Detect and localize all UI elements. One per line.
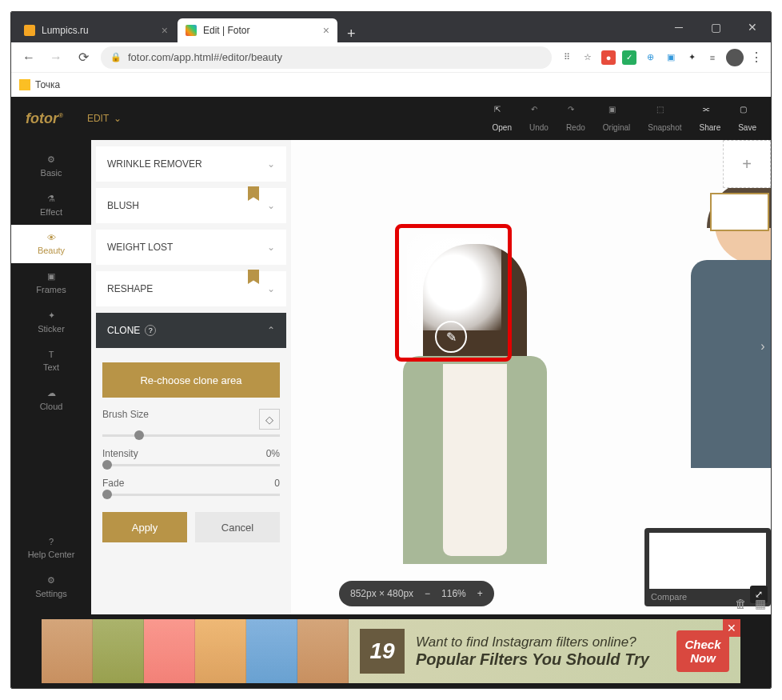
snapshot-button[interactable]: ⬚Snapshot [648, 105, 681, 132]
save-icon: ▢ [740, 105, 756, 121]
share-button[interactable]: ⫘Share [700, 105, 721, 132]
tab-lumpics[interactable]: Lumpics.ru × [16, 18, 176, 42]
camera-icon: ⬚ [656, 105, 672, 121]
back-button[interactable]: ← [19, 48, 38, 67]
ad-close-icon[interactable]: ✕ [723, 619, 740, 637]
nav-beauty[interactable]: 👁Beauty [11, 225, 91, 263]
nav-text[interactable]: TText [11, 342, 91, 380]
fade-value: 0 [274, 478, 280, 489]
zoom-in-button[interactable]: + [477, 588, 483, 599]
brush-size-control: Brush Size ◇ [102, 409, 280, 437]
ad-line2: Popular Filters You Should Try [416, 650, 676, 669]
chevron-up-icon: ⌃ [267, 325, 275, 336]
avatar[interactable] [726, 49, 744, 66]
tool-blush[interactable]: BLUSH⌄ [96, 188, 286, 223]
add-image-button[interactable]: + [723, 140, 771, 188]
image-thumbnail[interactable] [710, 193, 769, 231]
bookmarks-bar: Точка [11, 73, 771, 97]
star-icon[interactable]: ☆ [581, 50, 595, 65]
ad-text: Want to find Instagram filters online? P… [416, 634, 676, 669]
intensity-label: Intensity [102, 448, 138, 459]
chevron-right-icon[interactable]: › [755, 332, 771, 361]
chevron-down-icon: ⌄ [267, 242, 275, 253]
cancel-button[interactable]: Cancel [195, 512, 280, 542]
tab-title: Edit | Fotor [203, 25, 249, 36]
tool-weight-lost[interactable]: WEIGHT LOST⌄ [96, 230, 286, 265]
nav-cloud[interactable]: ☁Cloud [11, 380, 91, 419]
globe-icon[interactable]: ⊕ [643, 50, 657, 65]
nav-help[interactable]: ?Help Center [11, 529, 91, 567]
flask-icon: ⚗ [47, 194, 55, 204]
fade-slider[interactable] [102, 494, 280, 496]
brush-size-label: Brush Size [102, 409, 149, 430]
clone-sub-panel: Re-choose clone area Brush Size ◇ Intens… [96, 354, 286, 550]
brush-size-slider[interactable] [102, 434, 280, 437]
chevron-down-icon: ⌄ [267, 158, 275, 170]
folder-icon[interactable]: ▣ [664, 50, 678, 65]
app-main: ⚙Basic ⚗Effect 👁Beauty ▣Frames ✦Sticker … [11, 140, 771, 614]
erase-button[interactable]: ◇ [259, 409, 280, 430]
adblock-icon[interactable]: ● [601, 50, 616, 65]
check-icon[interactable]: ✓ [622, 50, 636, 65]
compare-label[interactable]: Compare [651, 592, 687, 602]
ad-cta-button[interactable]: CheckNow [676, 630, 729, 672]
tab-fotor[interactable]: Edit | Fotor × [178, 18, 337, 42]
fade-label: Fade [102, 478, 124, 489]
open-button[interactable]: ⇱Open [493, 105, 512, 132]
tool-reshape[interactable]: RESHAPE⌄ [96, 271, 286, 306]
minimize-icon[interactable]: ─ [660, 12, 697, 42]
tool-panel: WRINKLE REMOVER⌄ BLUSH⌄ WEIGHT LOST⌄ RES… [91, 140, 291, 614]
maximize-icon[interactable]: ▢ [697, 12, 734, 42]
undo-button[interactable]: ↶Undo [529, 105, 549, 132]
close-icon[interactable]: × [323, 24, 329, 37]
browser-window: Lumpics.ru × Edit | Fotor × + ─ ▢ ✕ ← → … [10, 11, 772, 689]
cloud-icon: ☁ [47, 388, 56, 398]
top-actions: ⇱Open ↶Undo ↷Redo ▣Original ⬚Snapshot ⫘S… [493, 105, 757, 132]
mode-dropdown[interactable]: EDIT ⌄ [87, 113, 122, 124]
apply-button[interactable]: Apply [102, 512, 187, 542]
eye-icon: 👁 [47, 233, 56, 242]
bookmark-item[interactable]: Точка [35, 79, 60, 90]
frame-icon: ▣ [47, 271, 55, 282]
chevron-down-icon: ⌄ [267, 200, 275, 211]
save-button[interactable]: ▢Save [738, 105, 756, 132]
grid-icon[interactable]: ▦ [755, 597, 766, 611]
nav-settings[interactable]: ⚙Settings [11, 567, 91, 606]
canvas[interactable]: ✎ 852px × 480px − 116% + ⤢ Compare + › [291, 140, 771, 614]
nav-basic[interactable]: ⚙Basic [11, 146, 91, 186]
premium-ribbon-icon [248, 186, 259, 201]
url-input[interactable]: 🔒 fotor.com/app.html#/editor/beauty [101, 46, 552, 69]
intensity-value: 0% [266, 448, 280, 459]
nav-effect[interactable]: ⚗Effect [11, 186, 91, 225]
tool-wrinkle-remover[interactable]: WRINKLE REMOVER⌄ [96, 146, 286, 182]
new-tab-button[interactable]: + [339, 26, 364, 42]
address-bar: ← → ⟳ 🔒 fotor.com/app.html#/editor/beaut… [11, 42, 771, 73]
tool-clone[interactable]: CLONE?⌃ [96, 313, 286, 348]
close-icon[interactable]: ✕ [734, 12, 771, 42]
bookmark-folder-icon [19, 79, 30, 90]
share-icon: ⫘ [702, 105, 718, 121]
nav-frames[interactable]: ▣Frames [11, 263, 91, 302]
nav-sticker[interactable]: ✦Sticker [11, 302, 91, 342]
sliders-icon: ⚙ [47, 154, 55, 165]
ad-banner[interactable]: 19 Want to find Instagram filters online… [42, 619, 740, 683]
fotor-logo: fotor® [26, 110, 63, 127]
redo-button[interactable]: ↷Redo [566, 105, 585, 132]
translate-icon[interactable]: ⠿ [560, 50, 574, 65]
close-icon[interactable]: × [162, 24, 168, 37]
kebab-icon[interactable]: ⋮ [750, 50, 763, 65]
ad-number: 19 [360, 629, 405, 674]
help-icon[interactable]: ? [145, 325, 156, 336]
intensity-control: Intensity 0% [102, 448, 280, 466]
trash-icon[interactable]: 🗑 [735, 597, 747, 611]
lock-icon: 🔒 [110, 52, 122, 62]
ad-previews [42, 619, 349, 683]
rechoose-clone-button[interactable]: Re-choose clone area [102, 362, 280, 398]
intensity-slider[interactable] [102, 464, 280, 466]
forward-button[interactable]: → [46, 48, 66, 67]
zoom-out-button[interactable]: − [425, 588, 430, 599]
puzzle-icon[interactable]: ✦ [684, 50, 699, 65]
reading-list-icon[interactable]: ≡ [705, 50, 720, 65]
original-button[interactable]: ▣Original [603, 105, 630, 132]
reload-button[interactable]: ⟳ [74, 48, 93, 67]
